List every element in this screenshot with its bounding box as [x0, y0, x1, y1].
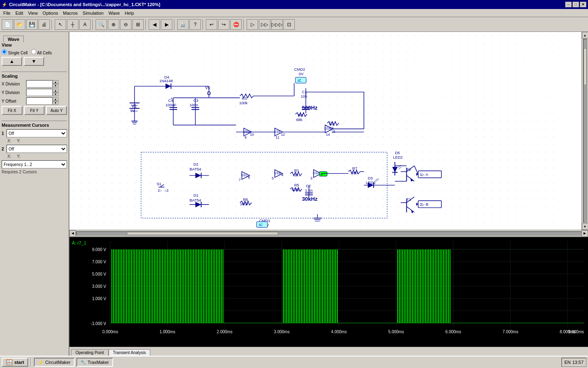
svg-rect-282 — [298, 249, 298, 323]
svg-text:C2: C2 — [306, 184, 311, 188]
svg-rect-284 — [301, 249, 302, 323]
svg-rect-231 — [156, 249, 156, 323]
tab-transient-analysis[interactable]: Transient Analysis — [109, 349, 151, 356]
next-arrow-button[interactable]: ▼ — [24, 57, 44, 66]
v-scroll-thumb[interactable] — [584, 48, 587, 85]
svg-rect-328 — [432, 249, 432, 323]
zoom-out-button[interactable]: ⊖ — [120, 19, 131, 30]
svg-text:15: 15 — [332, 130, 336, 134]
text-button[interactable]: A — [79, 19, 91, 30]
x-division-down[interactable]: ▼ — [53, 84, 58, 88]
svg-text:1.000 V: 1.000 V — [92, 296, 107, 301]
toolbar-sep-4 — [174, 19, 176, 30]
wire-button[interactable]: ┼ — [67, 19, 78, 30]
wave-tab[interactable]: Wave — [3, 36, 24, 43]
pan-left-button[interactable]: ◀ — [149, 19, 160, 30]
help-button[interactable]: ? — [189, 19, 201, 30]
menu-file[interactable]: File — [1, 10, 13, 16]
y-offset-up[interactable]: ▲ — [53, 97, 58, 101]
y-division-up[interactable]: ▲ — [53, 89, 58, 92]
radio-single-cell[interactable] — [2, 49, 7, 54]
x-division-label: X Division — [2, 82, 26, 86]
svg-rect-228 — [151, 249, 151, 323]
sim3-button[interactable]: ▷▷▷ — [271, 19, 283, 30]
svg-rect-285 — [303, 249, 303, 323]
svg-rect-280 — [294, 249, 295, 323]
h-scroll-left-button[interactable]: ◀ — [69, 230, 76, 237]
menu-view[interactable]: View — [26, 10, 40, 16]
new-button[interactable]: 📄 — [2, 19, 13, 30]
close-button[interactable]: ✕ — [580, 2, 586, 7]
stop-button[interactable]: ⛔ — [230, 19, 242, 30]
minimize-button[interactable]: ─ — [565, 2, 572, 7]
waveform-label: A: r7_1 — [72, 240, 86, 245]
auto-y-button[interactable]: Auto Y — [46, 106, 67, 115]
x-division-up[interactable]: ▲ — [53, 80, 58, 84]
svg-rect-235 — [162, 249, 163, 323]
svg-rect-315 — [410, 249, 411, 323]
fit-x-button[interactable]: Fit X — [2, 106, 22, 115]
zoom-area-button[interactable]: 🔍 — [96, 19, 107, 30]
prev-arrow-button[interactable]: ▲ — [2, 57, 22, 66]
svg-rect-331 — [437, 249, 437, 323]
freq-select[interactable]: Frequency 1...2 — [2, 160, 67, 168]
menu-wave[interactable]: Wave — [106, 10, 122, 16]
svg-rect-251 — [188, 249, 189, 323]
svg-rect-274 — [285, 249, 285, 323]
y-division-input[interactable]: 1.000 — [26, 89, 53, 96]
svg-text:0V: 0V — [299, 72, 304, 76]
undo-button[interactable]: ↩ — [206, 19, 217, 30]
zoom-in-button[interactable]: ⊕ — [108, 19, 119, 30]
y-offset-input[interactable]: -4.000 — [26, 97, 53, 105]
taskbar-traxmaker[interactable]: 🔧 TraxMaker — [76, 358, 113, 367]
menu-simulation[interactable]: Simulation — [80, 10, 106, 16]
svg-rect-323 — [423, 249, 424, 323]
probe-button[interactable]: 🔬 — [177, 19, 189, 30]
v-scroll-up-button[interactable]: ▲ — [582, 32, 588, 38]
menu-help[interactable]: Help — [122, 10, 136, 16]
h-scroll-thumb[interactable] — [127, 232, 278, 235]
taskbar-circuitmaker[interactable]: ⚡ CircuitMaker — [34, 358, 75, 367]
svg-rect-329 — [433, 249, 434, 323]
svg-rect-211 — [123, 249, 124, 323]
radio-all-cells[interactable] — [31, 49, 36, 54]
x-division-input[interactable]: 1.000m — [26, 80, 53, 88]
save-button[interactable]: 💾 — [26, 19, 38, 30]
view-radio-group: Single Cell All Cells — [2, 49, 67, 55]
svg-text:R6: R6 — [243, 197, 248, 202]
h-scroll-right-button[interactable]: ▶ — [581, 230, 588, 237]
redo-button[interactable]: ↪ — [218, 19, 229, 30]
svg-rect-225 — [146, 249, 147, 323]
svg-text:5: 5 — [272, 176, 274, 180]
tab-operating-point[interactable]: Operating Point — [71, 349, 109, 356]
v-scrollbar-right: ▲ ▼ — [581, 32, 588, 230]
locale-label: EN — [564, 360, 570, 365]
fit-y-button[interactable]: Fit Y — [24, 106, 45, 115]
svg-text:U1B: U1B — [274, 171, 281, 175]
sim2-button[interactable]: ▷▷ — [259, 19, 270, 30]
print-button[interactable]: 🖨 — [38, 19, 50, 30]
cursor2-select[interactable]: Off — [7, 145, 67, 153]
svg-text:6: 6 — [248, 175, 250, 180]
sim4-button[interactable]: ⊡ — [283, 19, 295, 30]
maximize-button[interactable]: □ — [572, 2, 579, 7]
start-button[interactable]: 🪟 start — [2, 358, 28, 367]
menu-edit[interactable]: Edit — [13, 10, 26, 16]
menu-macros[interactable]: Macros — [60, 10, 80, 16]
y-offset-down[interactable]: ▼ — [53, 101, 58, 105]
v-scroll-down-button[interactable]: ▼ — [582, 223, 588, 230]
cursor1-select[interactable]: Off — [7, 129, 67, 137]
zoom-fit-button[interactable]: ⊞ — [132, 19, 144, 30]
svg-rect-295 — [319, 249, 320, 323]
sim1-button[interactable]: ▷ — [247, 19, 258, 30]
svg-text:D2: D2 — [194, 162, 198, 166]
open-button[interactable]: 📂 — [14, 19, 25, 30]
menu-options[interactable]: Options — [40, 10, 60, 16]
svg-rect-255 — [195, 249, 196, 323]
pan-right-button[interactable]: ▶ — [161, 19, 172, 30]
svg-rect-264 — [209, 249, 210, 323]
y-division-down[interactable]: ▼ — [53, 92, 58, 96]
select-button[interactable]: ↖ — [55, 19, 66, 30]
title-bar-buttons[interactable]: ─ □ ✕ — [565, 2, 586, 7]
svg-text:100k: 100k — [239, 101, 248, 105]
